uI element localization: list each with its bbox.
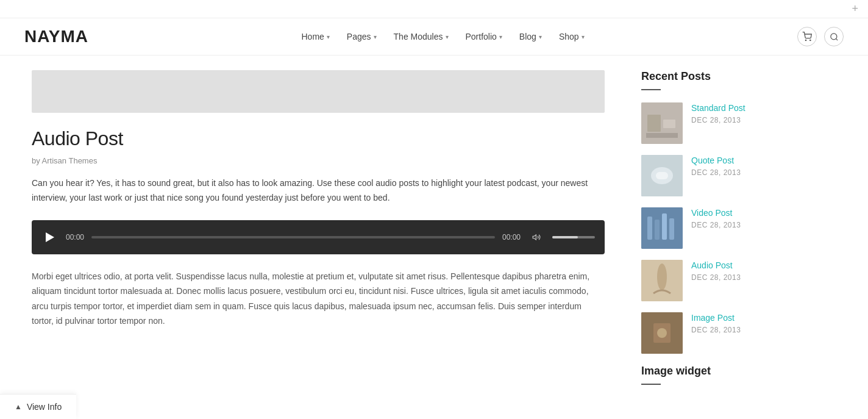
search-button[interactable] <box>824 27 844 46</box>
image-widget-title: Image widget <box>641 365 800 378</box>
audio-progress[interactable] <box>91 236 495 238</box>
svg-line-3 <box>836 38 838 40</box>
nav-item-blog[interactable]: Blog ▾ <box>519 32 542 41</box>
recent-posts-list: Standard Post DEC 28, 2013 Quote Post DE… <box>641 102 800 354</box>
svg-point-1 <box>810 40 811 40</box>
recent-post-thumbnail <box>641 155 683 196</box>
svg-rect-16 <box>662 213 667 240</box>
recent-post-thumbnail <box>641 312 683 354</box>
volume-slider[interactable] <box>552 236 595 238</box>
article-byline: by Artisan Themes <box>32 156 605 165</box>
recent-post-thumbnail <box>641 102 683 144</box>
svg-marker-4 <box>46 232 54 242</box>
nav-item-home[interactable]: Home ▾ <box>302 32 330 41</box>
svg-point-19 <box>657 263 667 290</box>
nav-label-portfolio: Portfolio <box>466 32 497 41</box>
article-intro: Can you hear it? Yes, it has to sound gr… <box>32 176 605 206</box>
svg-marker-5 <box>533 235 536 240</box>
recent-post-date: DEC 28, 2013 <box>691 168 741 177</box>
recent-post-title[interactable]: Video Post <box>691 207 741 218</box>
mute-button[interactable] <box>528 229 545 246</box>
cart-button[interactable] <box>797 27 817 46</box>
plus-icon[interactable]: + <box>852 2 858 15</box>
recent-posts-section: Recent Posts Standard Post DEC 28, 2013 … <box>641 70 800 354</box>
recent-post-date: DEC 28, 2013 <box>691 326 741 334</box>
svg-rect-17 <box>669 218 674 240</box>
top-bar: + <box>0 0 868 18</box>
chevron-down-icon: ▾ <box>446 34 449 40</box>
nav-item-pages[interactable]: Pages ▾ <box>347 32 377 41</box>
audio-player: 00:00 00:00 <box>32 220 605 254</box>
chevron-down-icon: ▾ <box>327 34 330 40</box>
volume-fill <box>552 236 578 238</box>
article-title: Audio Post <box>32 127 605 150</box>
chevron-down-icon: ▾ <box>374 34 377 40</box>
chevron-down-icon: ▾ <box>499 34 502 40</box>
chevron-down-icon: ▾ <box>539 34 542 40</box>
recent-post-info: Video Post DEC 28, 2013 <box>691 207 741 229</box>
nav-label-pages: Pages <box>347 32 371 41</box>
play-button[interactable] <box>41 229 59 246</box>
recent-post-thumbnail <box>641 260 683 301</box>
nav-item-portfolio[interactable]: Portfolio ▾ <box>466 32 502 41</box>
recent-post-title[interactable]: Image Post <box>691 312 741 323</box>
recent-post-info: Quote Post DEC 28, 2013 <box>691 155 741 177</box>
recent-post-date: DEC 28, 2013 <box>691 116 745 124</box>
svg-point-2 <box>830 33 836 39</box>
recent-post-title[interactable]: Audio Post <box>691 260 741 271</box>
recent-post-date: DEC 28, 2013 <box>691 273 741 282</box>
nav-label-modules: The Modules <box>394 32 443 41</box>
nav-label-shop: Shop <box>559 32 579 41</box>
nav-item-shop[interactable]: Shop ▾ <box>559 32 585 41</box>
site-logo[interactable]: NAYMA <box>24 27 88 46</box>
page-wrapper: Audio Post by Artisan Themes Can you hea… <box>13 56 855 397</box>
recent-post-item: Standard Post DEC 28, 2013 <box>641 102 800 144</box>
svg-rect-8 <box>663 120 675 128</box>
svg-rect-14 <box>647 217 652 240</box>
svg-point-22 <box>657 328 667 338</box>
image-widget-divider <box>641 384 661 385</box>
article-banner <box>32 70 605 113</box>
recent-post-title[interactable]: Quote Post <box>691 155 741 166</box>
section-divider <box>641 89 661 90</box>
svg-point-0 <box>805 40 806 40</box>
recent-posts-title: Recent Posts <box>641 70 800 83</box>
recent-post-info: Audio Post DEC 28, 2013 <box>691 260 741 282</box>
main-content: Audio Post by Artisan Themes Can you hea… <box>32 56 605 397</box>
recent-post-item: Video Post DEC 28, 2013 <box>641 207 800 249</box>
nav-label-blog: Blog <box>519 32 536 41</box>
article-body: Morbi eget ultrices odio, at porta velit… <box>32 269 605 329</box>
recent-post-item: Quote Post DEC 28, 2013 <box>641 155 800 196</box>
nav-label-home: Home <box>302 32 324 41</box>
nav-icons <box>797 27 844 46</box>
sidebar: Recent Posts Standard Post DEC 28, 2013 … <box>641 56 800 397</box>
recent-post-info: Standard Post DEC 28, 2013 <box>691 102 745 124</box>
recent-post-title[interactable]: Standard Post <box>691 102 745 113</box>
main-nav: Home ▾ Pages ▾ The Modules ▾ Portfolio ▾… <box>302 32 585 41</box>
total-time: 00:00 <box>502 233 521 242</box>
recent-post-info: Image Post DEC 28, 2013 <box>691 312 741 334</box>
nav-item-modules[interactable]: The Modules ▾ <box>394 32 449 41</box>
recent-post-item: Audio Post DEC 28, 2013 <box>641 260 800 301</box>
recent-post-item: Image Post DEC 28, 2013 <box>641 312 800 354</box>
site-header: NAYMA Home ▾ Pages ▾ The Modules ▾ Portf… <box>0 18 868 56</box>
recent-post-thumbnail <box>641 207 683 249</box>
svg-rect-7 <box>647 115 661 132</box>
current-time: 00:00 <box>66 233 84 242</box>
svg-rect-12 <box>656 172 668 179</box>
chevron-down-icon: ▾ <box>582 34 585 40</box>
svg-rect-9 <box>646 133 678 138</box>
view-info-bar[interactable]: ▲ View Info <box>0 394 76 397</box>
svg-rect-15 <box>655 220 660 240</box>
recent-post-date: DEC 28, 2013 <box>691 221 741 229</box>
